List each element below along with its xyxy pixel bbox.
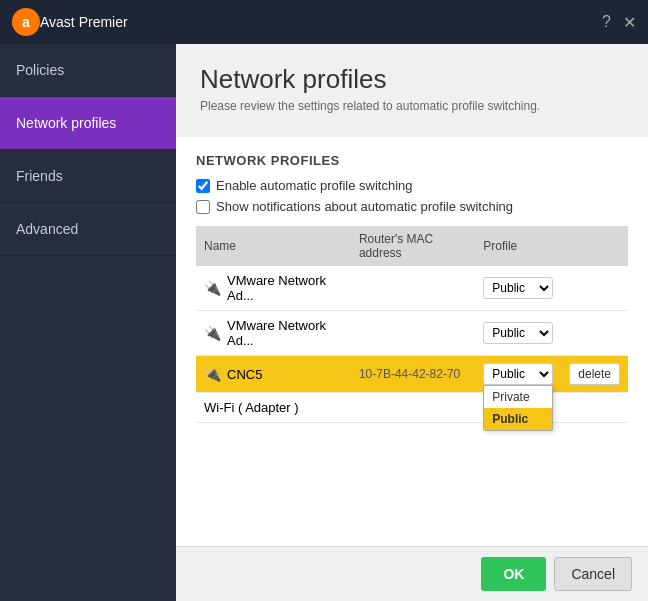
row4-mac — [351, 393, 475, 423]
dropdown-options: Private Public — [483, 385, 553, 431]
content-body: NETWORK PROFILES Enable automatic profil… — [176, 137, 648, 546]
table-row: 🔌 VMware Network Ad... Public Private — [196, 266, 628, 311]
title-bar: a Avast Premier ? ✕ — [0, 0, 648, 44]
bottom-bar: OK Cancel — [176, 546, 648, 601]
content-area: Network profiles Please review the setti… — [176, 44, 648, 601]
window-controls: ? ✕ — [602, 13, 636, 32]
row3-profile: Public Private Private Public — [475, 356, 561, 393]
avast-logo: a — [12, 8, 40, 36]
auto-switch-row: Enable automatic profile switching — [196, 178, 628, 193]
row2-mac — [351, 311, 475, 356]
row2-profile-select[interactable]: Public Private — [483, 322, 553, 344]
row1-mac — [351, 266, 475, 311]
section-title: NETWORK PROFILES — [196, 153, 628, 168]
profile-dropdown: Public Private Private Public — [483, 363, 553, 385]
ok-button[interactable]: OK — [481, 557, 546, 591]
sidebar-item-advanced[interactable]: Advanced — [0, 203, 176, 256]
row3-mac: 10-7B-44-42-82-70 — [351, 356, 475, 393]
cancel-button[interactable]: Cancel — [554, 557, 632, 591]
notifications-checkbox[interactable] — [196, 200, 210, 214]
col-name: Name — [196, 226, 351, 266]
table-row: 🔌 VMware Network Ad... Public Private — [196, 311, 628, 356]
row1-actions — [561, 266, 628, 311]
col-mac: Router's MAC address — [351, 226, 475, 266]
sidebar-item-friends[interactable]: Friends — [0, 150, 176, 203]
app-title: Avast Premier — [40, 14, 602, 30]
row1-profile-select[interactable]: Public Private — [483, 277, 553, 299]
sidebar-item-policies[interactable]: Policies — [0, 44, 176, 97]
delete-button[interactable]: delete — [569, 363, 620, 385]
option-public[interactable]: Public — [484, 408, 552, 430]
col-actions — [561, 226, 628, 266]
row1-profile: Public Private — [475, 266, 561, 311]
auto-switch-label: Enable automatic profile switching — [216, 178, 413, 193]
sidebar-item-network-profiles[interactable]: Network profiles — [0, 97, 176, 150]
row1-name: 🔌 VMware Network Ad... — [196, 266, 351, 311]
row2-name: 🔌 VMware Network Ad... — [196, 311, 351, 356]
table-row: Wi-Fi ( Adapter ) — [196, 393, 628, 423]
row3-name: 🔌 CNC5 — [196, 356, 351, 393]
adapter-icon: 🔌 — [204, 280, 221, 296]
notifications-row: Show notifications about automatic profi… — [196, 199, 628, 214]
page-subtitle: Please review the settings related to au… — [200, 99, 624, 113]
sidebar: Policies Network profiles Friends Advanc… — [0, 44, 176, 601]
row4-actions — [561, 393, 628, 423]
table-header-row: Name Router's MAC address Profile — [196, 226, 628, 266]
network-table: Name Router's MAC address Profile 🔌 VMwa… — [196, 226, 628, 423]
row4-name: Wi-Fi ( Adapter ) — [196, 393, 351, 423]
col-profile: Profile — [475, 226, 561, 266]
page-title: Network profiles — [200, 64, 624, 95]
row2-actions — [561, 311, 628, 356]
notifications-label: Show notifications about automatic profi… — [216, 199, 513, 214]
option-private[interactable]: Private — [484, 386, 552, 408]
row2-profile: Public Private — [475, 311, 561, 356]
row3-profile-select[interactable]: Public Private — [483, 363, 553, 385]
main-layout: Policies Network profiles Friends Advanc… — [0, 44, 648, 601]
close-button[interactable]: ✕ — [623, 13, 636, 32]
content-header: Network profiles Please review the setti… — [176, 44, 648, 137]
auto-switch-checkbox[interactable] — [196, 179, 210, 193]
table-row-highlighted: 🔌 CNC5 10-7B-44-42-82-70 Public Private — [196, 356, 628, 393]
help-button[interactable]: ? — [602, 13, 611, 31]
row3-actions: delete — [561, 356, 628, 393]
adapter-icon: 🔌 — [204, 366, 221, 382]
adapter-icon: 🔌 — [204, 325, 221, 341]
